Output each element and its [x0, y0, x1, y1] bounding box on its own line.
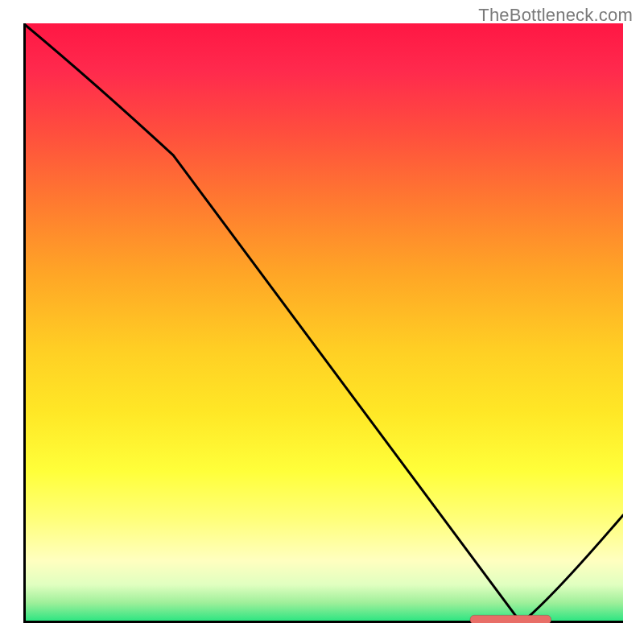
chart-gradient-background [23, 23, 623, 623]
bottleneck-chart: TheBottleneck.com [0, 0, 644, 644]
